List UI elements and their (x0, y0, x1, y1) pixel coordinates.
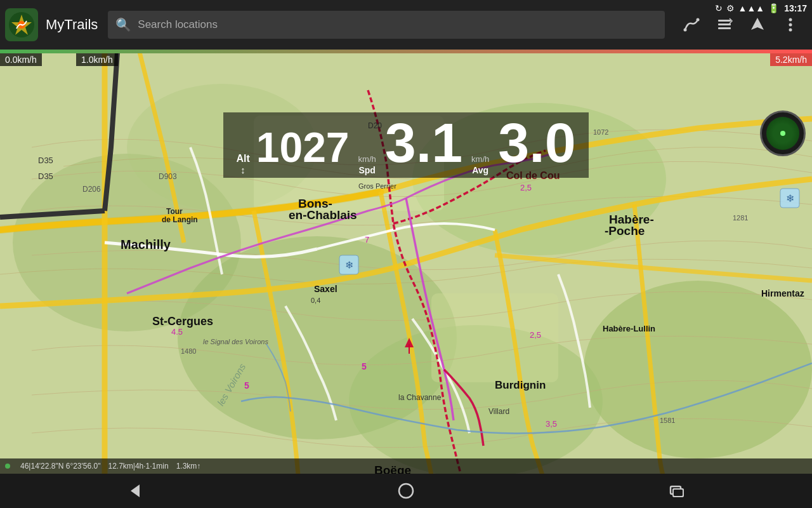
app-title: MyTrails (46, 17, 98, 33)
app-icon (5, 8, 38, 41)
compass-indicator (780, 131, 785, 136)
svg-text:la Chavanne: la Chavanne (398, 393, 442, 402)
svg-text:St-Cergues: St-Cergues (152, 315, 213, 328)
svg-text:2,5: 2,5 (520, 183, 532, 192)
back-button[interactable] (110, 478, 160, 504)
svg-text:4.5: 4.5 (171, 327, 183, 337)
svg-text:1581: 1581 (660, 417, 675, 424)
speed-right: 5.2km/h (770, 53, 812, 66)
compass[interactable] (760, 110, 806, 156)
search-bar[interactable]: 🔍 Search locations (108, 11, 665, 39)
svg-text:en-Chablais: en-Chablais (289, 208, 357, 222)
svg-point-7 (789, 18, 792, 22)
svg-text:Habère-Lullin: Habère-Lullin (603, 324, 655, 333)
svg-text:D206: D206 (82, 185, 101, 194)
svg-point-2 (684, 29, 687, 32)
distance-info: 12.7km|4h·1·1min (108, 462, 168, 471)
compass-inner (766, 117, 799, 150)
svg-text:1480: 1480 (181, 347, 196, 355)
svg-text:3,5: 3,5 (546, 419, 557, 429)
svg-text:0,4: 0,4 (311, 297, 320, 304)
settings-icon: ⚙ (726, 3, 735, 13)
svg-rect-69 (673, 489, 683, 497)
app-bar: MyTrails 🔍 Search locations (0, 0, 812, 50)
svg-text:D35: D35 (38, 156, 53, 165)
svg-text:5: 5 (362, 361, 367, 371)
svg-text:D35: D35 (38, 171, 53, 181)
coordinates: 46|14'22.8"N 6°23'56.0" (20, 462, 100, 471)
search-icon: 🔍 (115, 17, 131, 32)
svg-text:2,5: 2,5 (530, 330, 541, 340)
svg-text:Burdignin: Burdignin (495, 379, 546, 391)
progress-fill (0, 50, 812, 53)
speed-center: 1.0km/h (76, 53, 118, 66)
svg-text:Villard: Villard (488, 407, 509, 416)
svg-rect-6 (718, 27, 731, 29)
search-placeholder: Search locations (138, 18, 218, 31)
bottom-nav-bar (0, 474, 812, 508)
svg-text:Machilly: Machilly (121, 237, 171, 251)
svg-text:Saxel: Saxel (314, 284, 337, 294)
speed-left: 0.0km/h (0, 53, 42, 66)
bottom-status-bar: 46|14'22.8"N 6°23'56.0" 12.7km|4h·1·1min… (0, 458, 812, 474)
svg-text:5: 5 (244, 380, 249, 391)
svg-text:Gros Perrier: Gros Perrier (358, 182, 396, 190)
status-bar: ↻ ⚙ ▲▲▲ 🔋 13:17 (706, 0, 812, 17)
svg-text:Tour: Tour (166, 207, 183, 216)
svg-point-8 (789, 23, 792, 27)
progress-bar (0, 50, 812, 53)
svg-text:-Poche: -Poche (605, 224, 645, 237)
svg-point-67 (399, 484, 413, 498)
svg-text:1072: 1072 (593, 128, 608, 136)
svg-rect-26 (0, 53, 812, 474)
map-area[interactable]: ❄ ❄ ❄ Machilly St-Cergues Bons- en-Chabl… (0, 53, 812, 474)
svg-text:Hirmentaz: Hirmentaz (761, 288, 804, 298)
battery-icon: 🔋 (768, 3, 779, 13)
svg-text:7: 7 (365, 235, 369, 244)
svg-text:D20: D20 (368, 121, 382, 130)
svg-text:le Signal des Voirons: le Signal des Voirons (203, 338, 268, 345)
svg-text:de Langin: de Langin (162, 215, 198, 224)
route-tool-button[interactable] (678, 11, 705, 39)
svg-rect-5 (718, 23, 731, 25)
wifi-icon: ▲▲▲ (738, 3, 765, 13)
svg-text:D903: D903 (159, 172, 177, 181)
svg-point-9 (789, 29, 792, 32)
svg-text:1281: 1281 (733, 214, 748, 222)
status-time: 13:17 (784, 3, 807, 13)
recent-apps-button[interactable] (652, 478, 702, 504)
svg-rect-4 (718, 20, 731, 22)
alt-info: 1.3km↑ (176, 462, 201, 471)
gps-indicator (5, 462, 13, 471)
svg-text:Col de Cou: Col de Cou (506, 170, 560, 181)
home-button[interactable] (381, 478, 431, 504)
svg-marker-66 (131, 485, 140, 497)
sync-icon: ↻ (715, 3, 723, 13)
svg-point-3 (697, 18, 700, 22)
